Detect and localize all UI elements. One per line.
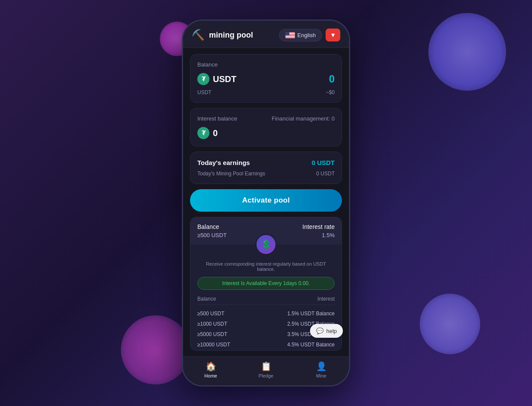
activate-pool-button[interactable]: Activate pool [190,189,342,212]
home-icon: 🏠 [206,361,216,371]
balance-usd-value: ~$0 [326,89,335,95]
table-row: ≥500 USDT 1.5% USDT Balance [197,308,335,319]
language-button[interactable]: English [279,29,323,41]
filter-button[interactable]: ▼ [326,29,340,41]
mine-icon: 👤 [316,361,327,371]
row-balance-1: ≥500 USDT [197,311,225,317]
row-interest-4: 4.5% USDT Balance [287,342,335,348]
usdt-badge: ₮ USDT [197,73,236,85]
nav-pledge[interactable]: 📋 Pledge [238,361,294,378]
pool-balance-req: ≥500 USDT [197,232,227,238]
row-interest-1: 1.5% USDT Balance [287,311,335,317]
tether-icon: ₮ [197,73,209,85]
help-button[interactable]: 💬 help [310,324,343,338]
bg-decoration-1 [428,13,506,91]
financial-mgmt: Financial management: 0 [272,115,335,122]
interest-card: Interest balance Financial management: 0… [190,108,342,146]
interest-value-row: ₮ 0 [197,127,335,139]
pool-balance-info: Balance ≥500 USDT [197,223,227,238]
balance-value: 0 [329,73,335,85]
earnings-row: Today's Mining Pool Earnings 0 USDT [197,171,335,177]
bg-decoration-3 [121,315,190,384]
bottom-navigation: 🏠 Home 📋 Pledge 👤 Mine [183,356,349,385]
pool-table-header: Balance Interest [197,296,335,305]
nav-home[interactable]: 🏠 Home [183,361,238,378]
coin-symbol: 💲 [261,239,272,250]
earnings-header: Today's earnings 0 USDT [197,159,335,166]
interest-header: Interest balance Financial management: 0 [197,115,335,122]
interest-tether-icon: ₮ [197,127,209,139]
earnings-title: Today's earnings [197,159,250,166]
language-label: English [298,32,316,38]
pledge-icon: 📋 [261,361,272,371]
interest-availability-badge: Interest Is Available Every 1days 0.00. [197,277,335,290]
earnings-card: Today's earnings 0 USDT Today's Mining P… [190,152,342,184]
table-col-balance: Balance [197,296,216,302]
pool-rate-label: Interest rate [302,223,335,230]
row-balance-3: ≥5000 USDT [197,331,227,337]
help-icon: 💬 [316,327,323,334]
pool-rate-info: Interest rate 1.5% [302,223,335,238]
balance-currency-label: USDT [197,89,212,95]
pool-coin-icon: 💲 [255,234,277,255]
flag-icon [285,32,295,38]
flag-canton [285,32,289,35]
phone-screen: ⛏️ mining pool English ▼ Bal [183,21,349,385]
pool-balance-label: Balance [197,223,227,230]
app-icon: ⛏️ [192,29,205,41]
phone-container: ⛏️ mining pool English ▼ Bal [182,19,350,387]
row-balance-2: ≥1000 USDT [197,321,227,327]
app-title: mining pool [209,31,253,40]
mine-label: Mine [316,373,326,378]
balance-card-title: Balance [197,61,335,68]
header-left: ⛏️ mining pool [192,29,253,41]
interest-value: 0 [213,128,218,138]
bg-decoration-2 [420,294,480,354]
funnel-icon: ▼ [330,32,336,38]
balance-main-row: ₮ USDT 0 [197,73,335,85]
pool-rate-value: 1.5% [322,232,335,238]
balance-footer: USDT ~$0 [197,89,335,95]
earnings-value: 0 USDT [312,159,335,166]
balance-card: Balance ₮ USDT 0 USDT ~$0 [190,54,342,103]
earnings-sub-label: Today's Mining Pool Earnings [197,171,265,177]
table-row: ≥10000 USDT 4.5% USDT Balance [197,339,335,350]
table-col-interest: Interest [317,296,335,302]
usdt-label: USDT [213,74,236,84]
nav-mine[interactable]: 👤 Mine [294,361,349,378]
interest-title: Interest balance [197,115,238,122]
earnings-sub-value: 0 USDT [316,171,335,177]
help-label: help [326,328,337,334]
header: ⛏️ mining pool English ▼ [183,21,349,48]
pool-description: Receive corresponding interest regularly… [197,261,335,272]
home-label: Home [204,373,217,378]
header-right: English ▼ [279,29,341,41]
pledge-label: Pledge [259,373,273,378]
row-balance-4: ≥10000 USDT [197,342,230,348]
